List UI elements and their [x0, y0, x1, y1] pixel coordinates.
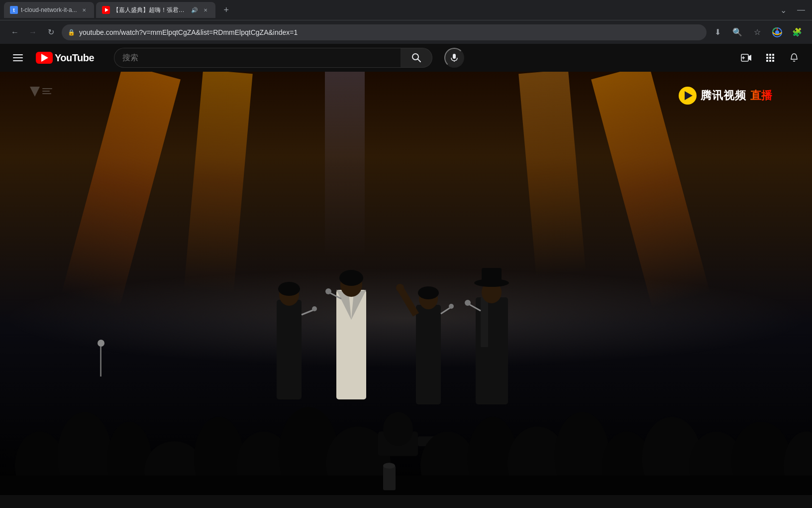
svg-rect-20: [766, 57, 768, 59]
svg-rect-29: [42, 93, 51, 94]
svg-rect-27: [42, 88, 52, 89]
tab-2-title: 【嘉人盛典】超嗨！張君晨...: [113, 6, 188, 14]
tab-1[interactable]: t t-cloud-network-it-a... ✕: [4, 2, 94, 18]
svg-rect-25: [772, 60, 774, 62]
forward-button[interactable]: →: [26, 25, 40, 39]
tencent-video-logo: 腾讯视频 直播: [679, 87, 772, 105]
tab-2-close[interactable]: ✕: [202, 6, 209, 14]
address-bar-right: ⬇ 🔍 ☆ 🧩: [710, 25, 804, 39]
svg-point-65: [383, 412, 413, 446]
voice-search-button[interactable]: [444, 48, 464, 68]
download-button[interactable]: ⬇: [710, 25, 724, 39]
svg-rect-19: [772, 54, 774, 56]
search-button[interactable]: [401, 48, 432, 68]
svg-rect-18: [769, 54, 771, 56]
hamburger-menu[interactable]: [8, 48, 28, 68]
tencent-brand-text: 腾讯视频: [701, 88, 746, 103]
notifications-button[interactable]: [784, 48, 804, 68]
svg-rect-21: [769, 57, 771, 59]
tencent-live-text: 直播: [750, 88, 772, 103]
svg-rect-17: [766, 54, 768, 56]
refresh-button[interactable]: ↻: [44, 25, 58, 39]
youtube-play-icon: [41, 54, 48, 62]
url-text: youtube.com/watch?v=mmElpqtCgZA&list=RDm…: [79, 28, 701, 36]
video-scene: 腾讯视频 直播: [0, 72, 812, 495]
audience-silhouettes: [0, 368, 812, 495]
add-tab-button[interactable]: +: [219, 3, 233, 17]
lock-icon: 🔒: [68, 29, 75, 36]
mic-head: [98, 340, 104, 347]
search-bar: [114, 48, 432, 68]
chrome-icon: [770, 25, 784, 39]
tencent-triangle: [685, 91, 693, 100]
svg-point-5: [775, 30, 779, 34]
audience-svg: [0, 368, 812, 495]
svg-point-39: [339, 270, 363, 286]
tencent-play-icon: [679, 87, 697, 105]
tab-1-favicon: t: [10, 6, 18, 14]
svg-rect-22: [772, 57, 774, 59]
tab-1-title: t-cloud-network-it-a...: [21, 6, 77, 13]
svg-point-48: [449, 304, 454, 309]
svg-point-41: [325, 288, 331, 294]
svg-rect-24: [769, 60, 771, 62]
svg-point-32: [278, 282, 300, 296]
youtube-logo-text: YouTube: [55, 52, 94, 64]
youtube-header: YouTube: [0, 44, 812, 72]
youtube-logo[interactable]: YouTube: [36, 52, 94, 64]
svg-marker-14: [748, 55, 751, 61]
video-container[interactable]: 腾讯视频 直播: [0, 72, 812, 495]
tab-bar: t t-cloud-network-it-a... ✕ 【嘉人盛典】超嗨！張君晨…: [0, 0, 812, 20]
svg-point-78: [383, 463, 395, 469]
svg-rect-77: [383, 466, 396, 490]
svg-point-55: [465, 300, 471, 306]
svg-rect-28: [42, 91, 50, 92]
svg-rect-53: [482, 268, 502, 283]
create-video-button[interactable]: [736, 48, 756, 68]
svg-rect-11: [453, 54, 456, 59]
tab-1-close[interactable]: ✕: [80, 6, 88, 14]
tab-bar-right: ⌄ —: [776, 3, 808, 17]
browser-chrome: t t-cloud-network-it-a... ✕ 【嘉人盛典】超嗨！張君晨…: [0, 0, 812, 44]
tab-bar-minimize[interactable]: —: [794, 3, 808, 17]
svg-rect-6: [13, 54, 23, 55]
svg-point-44: [396, 284, 404, 292]
bookmark-button[interactable]: ☆: [750, 25, 764, 39]
svg-line-33: [302, 310, 314, 315]
extensions-button[interactable]: 🧩: [790, 25, 804, 39]
svg-line-10: [417, 59, 420, 62]
svg-rect-7: [13, 57, 23, 58]
svg-rect-23: [766, 60, 768, 62]
header-right-actions: [736, 48, 804, 68]
address-bar: ← → ↻ 🔒 youtube.com/watch?v=mmElpqtCgZA&…: [0, 20, 812, 44]
tab-2-favicon: [102, 6, 110, 14]
watermark-top-left: [25, 84, 55, 101]
svg-rect-76: [0, 476, 812, 495]
svg-point-34: [312, 306, 317, 311]
zoom-button[interactable]: 🔍: [730, 25, 744, 39]
svg-line-43: [401, 290, 416, 315]
tab-2[interactable]: 【嘉人盛典】超嗨！張君晨... 🔊 ✕: [96, 2, 215, 18]
svg-marker-26: [30, 87, 40, 97]
back-button[interactable]: ←: [8, 25, 22, 39]
tab-2-audio-icon: 🔊: [191, 6, 199, 14]
search-input[interactable]: [114, 48, 401, 68]
performers-svg: [257, 240, 555, 389]
svg-rect-50: [481, 297, 488, 347]
svg-point-46: [418, 286, 439, 299]
youtube-logo-icon: [36, 52, 53, 64]
svg-rect-8: [13, 60, 23, 61]
apps-grid-button[interactable]: [760, 48, 780, 68]
url-bar[interactable]: 🔒 youtube.com/watch?v=mmElpqtCgZA&list=R…: [62, 24, 707, 40]
svg-line-47: [441, 307, 451, 314]
tab-bar-dropdown[interactable]: ⌄: [776, 3, 790, 17]
